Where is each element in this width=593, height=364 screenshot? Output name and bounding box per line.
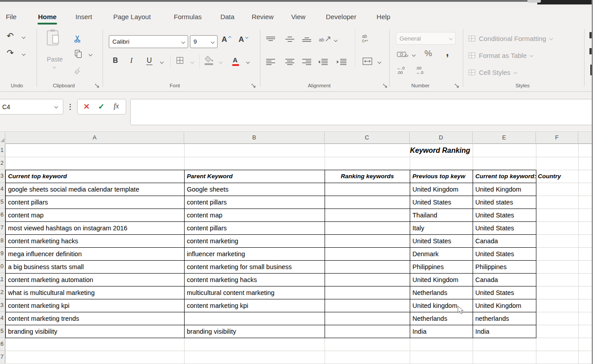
cancel-button[interactable]: ✕ xyxy=(83,102,90,111)
redo-dropdown-chevron[interactable] xyxy=(22,52,25,56)
cell-A8[interactable]: content marketing hacks xyxy=(5,234,185,248)
formula-input[interactable] xyxy=(130,99,593,125)
row-header-3[interactable]: 3 xyxy=(0,170,5,183)
paste-dropdown-chevron[interactable] xyxy=(53,65,56,69)
cell-C5[interactable] xyxy=(325,196,410,209)
cell-C9[interactable] xyxy=(325,247,410,261)
menu-tab-page-layout[interactable]: Page Layout xyxy=(113,8,151,25)
merge-center-chevron[interactable] xyxy=(378,60,381,64)
format-painter-icon[interactable] xyxy=(74,67,82,75)
row-header-14[interactable]: 14 xyxy=(0,312,5,325)
font-color-chevron[interactable] xyxy=(246,60,250,64)
font-dialog-launcher-icon[interactable] xyxy=(251,83,256,89)
cell-A3[interactable]: Current top keyword xyxy=(5,170,185,183)
fill-color-chevron[interactable] xyxy=(219,60,222,64)
underline-dropdown-chevron[interactable] xyxy=(160,60,164,64)
menu-tab-insert[interactable]: Insert xyxy=(75,8,92,25)
font-family-select[interactable]: Calibri xyxy=(109,35,188,48)
cell-E14[interactable]: netherlands xyxy=(473,312,536,325)
grow-font-button[interactable]: A xyxy=(222,35,227,44)
cell-C11[interactable] xyxy=(325,273,410,286)
cell-D11[interactable]: United Kingdom xyxy=(410,273,473,286)
row-header-13[interactable]: 13 xyxy=(0,299,5,312)
percent-style-button[interactable]: % xyxy=(424,49,432,58)
undo-dropdown-chevron[interactable] xyxy=(22,35,25,39)
top-align-icon[interactable] xyxy=(266,36,275,42)
cell-E5[interactable]: United states xyxy=(473,196,536,209)
cell-D4[interactable]: United Kingdom xyxy=(410,183,473,196)
redo-icon[interactable]: ↷ xyxy=(7,48,14,58)
cell-C3[interactable]: Ranking keywords xyxy=(325,170,410,183)
cell-C15[interactable] xyxy=(325,325,410,338)
name-box[interactable]: C4 xyxy=(0,99,63,115)
cell-A12[interactable]: what is multicultural marketing xyxy=(5,286,185,299)
copy-dropdown-chevron[interactable] xyxy=(89,53,92,56)
menu-tab-developer[interactable]: Developer xyxy=(326,8,356,25)
cell-C13[interactable] xyxy=(325,299,410,312)
font-color-button[interactable]: A xyxy=(233,56,238,64)
row-header-8[interactable]: 8 xyxy=(0,234,5,247)
cell-C7[interactable] xyxy=(325,221,410,235)
cell-E11[interactable]: Canada xyxy=(473,273,536,286)
formula-bar-splitter-icon[interactable] xyxy=(70,102,71,111)
cell-E9[interactable]: United States xyxy=(473,247,536,261)
row-header-4[interactable]: 4 xyxy=(0,183,5,196)
column-header-A[interactable]: A xyxy=(5,132,184,144)
row-header-9[interactable]: 9 xyxy=(0,247,5,260)
cell-B7[interactable]: content pillars xyxy=(184,221,325,235)
decrease-indent-icon[interactable] xyxy=(318,59,328,65)
paste-icon[interactable] xyxy=(47,30,58,45)
styles-button-format-as-table[interactable]: Format as Table xyxy=(469,50,533,60)
cell-D15[interactable]: India xyxy=(410,325,473,338)
number-dialog-launcher-icon[interactable] xyxy=(454,83,460,89)
row-header-1[interactable]: 1 xyxy=(0,144,5,157)
align-center-icon[interactable] xyxy=(285,59,294,65)
orientation-icon[interactable]: ab xyxy=(319,35,331,43)
cell-E7[interactable]: United States xyxy=(473,221,536,235)
cell-E8[interactable]: Canada xyxy=(473,234,536,248)
menu-tab-data[interactable]: Data xyxy=(220,8,235,25)
increase-indent-icon[interactable] xyxy=(337,59,346,65)
underline-button[interactable]: U xyxy=(146,57,152,65)
cell-B10[interactable]: content marketing for small business xyxy=(184,260,325,274)
cut-icon[interactable] xyxy=(74,35,81,43)
cell-D10[interactable]: Philippines xyxy=(410,260,473,274)
borders-icon[interactable] xyxy=(177,57,183,64)
styles-button-cell-styles[interactable]: Cell Styles xyxy=(469,67,517,77)
name-box-chevron[interactable] xyxy=(54,105,58,108)
cell-B14[interactable] xyxy=(184,312,325,325)
cell-B15[interactable]: branding visibility xyxy=(184,325,325,338)
row-header-11[interactable]: 11 xyxy=(0,273,5,286)
column-header-F[interactable]: F xyxy=(536,132,578,144)
align-left-icon[interactable] xyxy=(266,59,275,65)
row-header-5[interactable]: 5 xyxy=(0,196,5,209)
align-right-icon[interactable] xyxy=(302,59,311,65)
row-header-12[interactable]: 12 xyxy=(0,286,5,299)
cell-E4[interactable]: United Kingdom xyxy=(473,183,536,196)
cell-B11[interactable]: content marketing hacks xyxy=(184,273,325,286)
cell-A15[interactable]: branding visibility xyxy=(5,325,185,338)
cell-C14[interactable] xyxy=(325,312,410,325)
cell-B3[interactable]: Parent Keyword xyxy=(184,170,325,183)
cell-B8[interactable]: content marketing xyxy=(184,234,325,248)
cell-C6[interactable] xyxy=(325,209,410,222)
cell-B12[interactable]: multicultural content marketing xyxy=(184,286,325,299)
cell-D12[interactable]: Netherlands xyxy=(410,286,473,299)
menu-tab-review[interactable]: Review xyxy=(251,8,273,25)
cell-C12[interactable] xyxy=(325,286,410,299)
row-header-16[interactable]: 16 xyxy=(0,338,5,351)
column-header-D[interactable]: D xyxy=(410,132,473,144)
accounting-format-chevron[interactable] xyxy=(412,53,416,57)
cell-B4[interactable]: Google sheets xyxy=(184,183,325,196)
row-header-10[interactable]: 10 xyxy=(0,260,5,273)
row-header-15[interactable]: 15 xyxy=(0,325,5,338)
cell-E15[interactable]: India xyxy=(473,325,536,338)
column-header-E[interactable]: E xyxy=(473,132,536,144)
paste-label[interactable]: Paste xyxy=(47,56,63,63)
cell-E12[interactable]: United States xyxy=(473,286,536,299)
cell-B13[interactable]: content marketing kpi xyxy=(184,299,325,312)
cell-E10[interactable]: Philippines xyxy=(473,260,536,274)
fill-color-icon[interactable] xyxy=(205,56,214,62)
cell-D8[interactable]: United States xyxy=(410,234,473,248)
menu-tab-file[interactable]: File xyxy=(6,8,16,25)
